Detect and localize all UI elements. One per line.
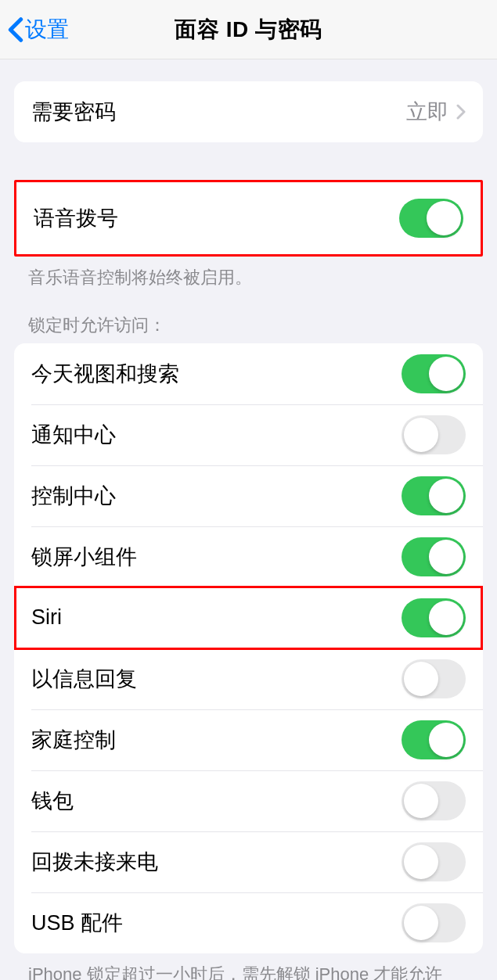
navbar: 设置 面容 ID 与密码 [0,0,497,59]
chevron-right-icon [456,104,466,120]
siri-toggle[interactable] [402,598,466,637]
back-button[interactable]: 设置 [0,15,69,45]
page-title: 面容 ID 与密码 [175,15,322,45]
voice-dial-label: 语音拨号 [34,204,399,232]
lock-access-section: 今天视图和搜索 通知中心 控制中心 锁屏小组件 Siri 以信息回复 家庭控制 [14,343,483,953]
control-center-label: 控制中心 [31,482,402,510]
notification-center-row[interactable]: 通知中心 [14,404,483,465]
reply-with-message-label: 以信息回复 [31,665,402,693]
usb-footnote: iPhone 锁定超过一小时后，需先解锁 iPhone 才能允许 USB 配件连… [28,963,469,980]
home-control-row[interactable]: 家庭控制 [14,709,483,770]
lockscreen-widgets-toggle[interactable] [402,537,466,576]
require-passcode-section: 需要密码 立即 [14,81,483,142]
usb-accessories-row[interactable]: USB 配件 [14,892,483,953]
lockscreen-widgets-row[interactable]: 锁屏小组件 [14,526,483,587]
voice-dial-highlight: 语音拨号 [14,180,483,257]
control-center-row[interactable]: 控制中心 [14,465,483,526]
return-missed-calls-label: 回拨未接来电 [31,848,402,876]
lockscreen-widgets-label: 锁屏小组件 [31,543,402,571]
notification-center-toggle[interactable] [402,415,466,454]
lock-access-header: 锁定时允许访问： [28,314,469,337]
reply-with-message-row[interactable]: 以信息回复 [14,648,483,709]
wallet-label: 钱包 [31,787,402,815]
voice-dial-row[interactable]: 语音拨号 [16,182,481,254]
reply-with-message-toggle[interactable] [402,659,466,698]
require-passcode-value: 立即 [406,98,448,126]
chevron-left-icon [8,16,23,43]
back-label: 设置 [25,15,69,45]
return-missed-calls-toggle[interactable] [402,842,466,881]
today-toggle[interactable] [402,354,466,393]
siri-label: Siri [31,605,402,630]
today-label: 今天视图和搜索 [31,360,402,388]
today-row[interactable]: 今天视图和搜索 [14,343,483,404]
siri-highlight: Siri [14,587,483,648]
home-control-label: 家庭控制 [31,726,402,754]
wallet-toggle[interactable] [402,781,466,820]
control-center-toggle[interactable] [402,476,466,515]
notification-center-label: 通知中心 [31,421,402,449]
voice-dial-toggle[interactable] [399,199,463,238]
voice-dial-footnote: 音乐语音控制将始终被启用。 [28,266,469,290]
require-passcode-row[interactable]: 需要密码 立即 [14,81,483,142]
home-control-toggle[interactable] [402,720,466,759]
usb-accessories-label: USB 配件 [31,909,402,937]
wallet-row[interactable]: 钱包 [14,770,483,831]
siri-row[interactable]: Siri [14,587,483,648]
usb-accessories-toggle[interactable] [402,903,466,942]
return-missed-calls-row[interactable]: 回拨未接来电 [14,831,483,892]
require-passcode-label: 需要密码 [31,98,406,126]
